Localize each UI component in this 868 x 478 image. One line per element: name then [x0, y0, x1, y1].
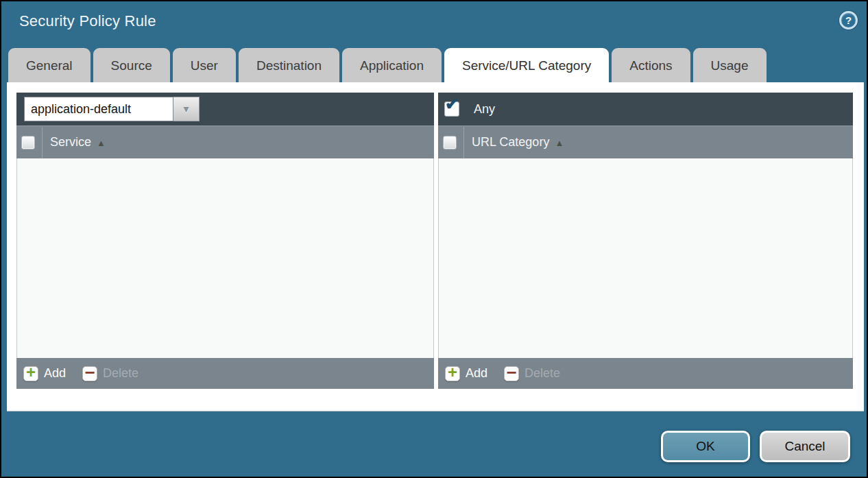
- column-divider: [42, 127, 43, 158]
- tab-destination[interactable]: Destination: [239, 48, 339, 82]
- cancel-button[interactable]: Cancel: [760, 431, 850, 462]
- url-category-list[interactable]: [438, 158, 853, 358]
- dialog-title: Security Policy Rule: [19, 12, 156, 30]
- ok-button[interactable]: OK: [661, 431, 750, 462]
- tab-service-url-category[interactable]: Service/URL Category: [444, 48, 609, 82]
- add-button-label: Add: [44, 366, 66, 381]
- service-delete-button[interactable]: − Delete: [82, 366, 138, 381]
- add-icon: +: [445, 366, 460, 381]
- service-toolbar: application-default ▼: [16, 93, 434, 126]
- service-mode-dropdown[interactable]: application-default ▼: [24, 97, 200, 121]
- tab-general[interactable]: General: [8, 48, 91, 82]
- delete-icon: −: [504, 366, 519, 381]
- any-checkbox[interactable]: ✔: [444, 101, 459, 117]
- service-mode-dropdown-button[interactable]: ▼: [173, 97, 200, 121]
- url-category-delete-button[interactable]: − Delete: [504, 366, 560, 381]
- delete-icon: −: [82, 366, 97, 381]
- service-column-header-row: Service ▲: [16, 126, 434, 158]
- help-icon[interactable]: ?: [839, 11, 858, 29]
- service-list[interactable]: [16, 158, 434, 358]
- service-mode-dropdown-value[interactable]: application-default: [24, 97, 173, 121]
- delete-button-label: Delete: [525, 366, 560, 381]
- any-checkbox-label[interactable]: Any: [474, 102, 495, 117]
- sort-ascending-icon[interactable]: ▲: [555, 136, 564, 148]
- checkmark-icon: ✔: [445, 96, 459, 112]
- add-button-label: Add: [466, 366, 487, 381]
- question-mark-glyph: ?: [845, 15, 852, 25]
- url-category-select-all-checkbox[interactable]: [443, 136, 457, 150]
- service-url-category-tab-content: application-default ▼ Service ▲ + Add: [7, 82, 864, 411]
- tab-source[interactable]: Source: [93, 48, 170, 82]
- service-footer-bar: + Add − Delete: [16, 358, 434, 389]
- column-divider: [463, 127, 464, 158]
- url-category-column-header[interactable]: URL Category: [472, 135, 549, 150]
- tab-bar: General Source User Destination Applicat…: [8, 48, 767, 82]
- service-panel: application-default ▼ Service ▲ + Add: [16, 93, 434, 389]
- url-category-add-button[interactable]: + Add: [445, 366, 487, 381]
- url-category-footer-bar: + Add − Delete: [438, 358, 853, 389]
- tab-actions[interactable]: Actions: [612, 48, 690, 82]
- url-category-toolbar: ✔ Any: [438, 93, 853, 126]
- tab-user[interactable]: User: [173, 48, 236, 82]
- add-icon: +: [23, 366, 38, 381]
- tab-usage[interactable]: Usage: [693, 48, 767, 82]
- security-policy-rule-dialog: Security Policy Rule ? General Source Us…: [0, 0, 868, 478]
- tab-application[interactable]: Application: [342, 48, 442, 82]
- sort-ascending-icon[interactable]: ▲: [97, 136, 106, 148]
- delete-button-label: Delete: [103, 366, 138, 381]
- chevron-down-icon: ▼: [182, 104, 191, 114]
- service-select-all-checkbox[interactable]: [21, 136, 35, 150]
- service-column-header[interactable]: Service: [50, 135, 91, 150]
- url-category-panel: ✔ Any URL Category ▲ + Add − Delete: [438, 93, 853, 389]
- service-add-button[interactable]: + Add: [23, 366, 66, 381]
- url-category-column-header-row: URL Category ▲: [438, 126, 853, 158]
